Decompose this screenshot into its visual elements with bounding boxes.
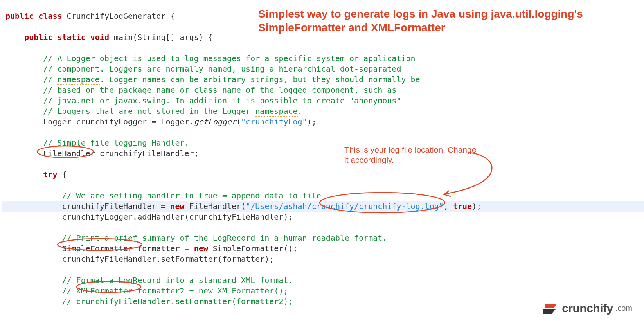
add-handler: crunchifyLogger.addHandler(crunchifyFile… — [62, 212, 293, 221]
class-name: CrunchifyLogGenerator — [67, 11, 166, 21]
comment: // component. Loggers are normally named… — [43, 64, 401, 74]
kw-new: new — [170, 202, 184, 211]
comment: // We are setting handler to true = appe… — [62, 191, 321, 200]
logo-brand-text: crunchify — [562, 301, 613, 317]
kw-true: true — [453, 202, 472, 211]
args-close: ) { — [199, 32, 213, 42]
comment: // Simple file logging Handler. — [43, 138, 189, 148]
method-getlogger: getLogger — [194, 117, 236, 126]
comment: // crunchifyFileHandler.setFormatter(for… — [62, 297, 293, 306]
filehandler-decl: FileHandler crunchifyFileHandler; — [43, 149, 198, 158]
string-literal: "crunchifyLog" — [241, 117, 307, 126]
kw-class: class — [38, 11, 62, 21]
kw-static: static — [57, 32, 85, 42]
set-formatter: crunchifyFileHandler.setFormatter(format… — [62, 254, 274, 264]
comment: // Loggers that are not stored in the Lo… — [43, 106, 302, 117]
spell-underline: namespace — [255, 106, 297, 117]
logger-decl-a: Logger crunchifyLogger = Logger. — [43, 117, 194, 126]
kw-public: public — [24, 32, 52, 42]
crunchify-logo: crunchify.com — [542, 301, 632, 317]
comment: // Print a brief summary of the LogRecor… — [62, 233, 387, 243]
kw-public: public — [5, 11, 34, 21]
kw-void: void — [90, 32, 109, 42]
comment: // java.net or javax.swing. In addition … — [43, 96, 401, 105]
comment: // namespace. Logger names can be arbitr… — [43, 75, 420, 85]
comment: // based on the package name or class na… — [43, 85, 396, 95]
method-main: main — [114, 32, 133, 42]
crunchify-logo-icon — [542, 301, 559, 315]
title-annotation: Simplest way to generate logs in Java us… — [258, 7, 634, 34]
comment: // Format a LogRecord into a standard XM… — [62, 275, 293, 285]
args-open: (String[] — [133, 32, 180, 42]
note-annotation: This is your log file location. Change i… — [344, 145, 481, 166]
kw-new: new — [194, 244, 208, 253]
args-name: args — [180, 32, 199, 42]
code-block: public class CrunchifyLogGenerator { pub… — [0, 0, 644, 311]
highlighted-line: crunchifyFileHandler = new FileHandler("… — [2, 201, 644, 212]
kw-try: try — [43, 170, 57, 179]
log-path-string: "/Users/ashah/crunchify/crunchify-log.lo… — [246, 202, 444, 211]
spell-underline: namespace — [57, 75, 99, 85]
comment: // A Logger object is used to log messag… — [43, 54, 415, 63]
logo-tld-text: .com — [615, 303, 632, 313]
brace: { — [165, 11, 175, 21]
comment: // XMLFormatter formatter2 = new XMLForm… — [62, 286, 288, 295]
